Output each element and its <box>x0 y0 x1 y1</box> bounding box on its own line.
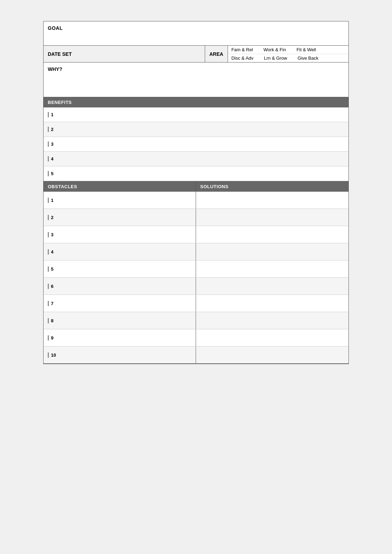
obs-sol-row-4: 4 <box>44 243 348 260</box>
obs-sol-row-9: 9 <box>44 329 348 347</box>
benefit-number-4: 4 <box>48 156 55 161</box>
solution-cell-9 <box>196 329 348 346</box>
benefit-row-5: 5 <box>44 166 348 181</box>
area-options: Fam & Rel Work & Fin Fit & Well Disc & A… <box>228 46 348 62</box>
obstacle-cell-5: 5 <box>44 260 196 277</box>
solution-cell-8 <box>196 312 348 329</box>
obstacles-header: OBSTACLES <box>44 182 196 192</box>
obs-number-1: 1 <box>48 198 55 203</box>
why-row: WHY? <box>44 62 348 97</box>
obs-sol-row-5: 5 <box>44 260 348 278</box>
area-fit-well: Fit & Well <box>296 47 316 52</box>
obs-sol-row-8: 8 <box>44 312 348 329</box>
obs-sol-row-6: 6 <box>44 278 348 295</box>
solution-cell-3 <box>196 226 348 243</box>
benefit-row-2: 2 <box>44 122 348 137</box>
benefit-row-3: 3 <box>44 137 348 152</box>
benefit-number-3: 3 <box>48 141 55 147</box>
obstacles-solutions-header: OBSTACLES SOLUTIONS <box>44 181 348 192</box>
obs-number-9: 9 <box>48 335 55 341</box>
obs-sol-row-3: 3 <box>44 226 348 243</box>
obstacle-cell-3: 3 <box>44 226 196 243</box>
solution-cell-1 <box>196 192 348 209</box>
area-lrn-grow: Lrn & Grow <box>264 55 287 61</box>
obstacle-cell-8: 8 <box>44 312 196 329</box>
obs-number-6: 6 <box>48 284 55 289</box>
benefits-header: BENEFITS <box>44 97 348 107</box>
date-area-row: DATE SET AREA Fam & Rel Work & Fin Fit &… <box>44 46 348 62</box>
obs-sol-row-10: 10 <box>44 347 348 364</box>
obs-number-4: 4 <box>48 249 55 255</box>
area-options-row-1: Fam & Rel Work & Fin Fit & Well <box>228 46 348 54</box>
area-cell: AREA Fam & Rel Work & Fin Fit & Well Dis… <box>205 46 348 62</box>
area-label-col: AREA <box>205 46 228 62</box>
solution-cell-7 <box>196 295 348 312</box>
goal-row: GOAL <box>44 21 348 46</box>
obstacle-cell-2: 2 <box>44 209 196 226</box>
area-label: AREA <box>209 51 223 57</box>
obstacle-cell-6: 6 <box>44 278 196 295</box>
area-give-back: Give Back <box>298 55 318 61</box>
area-disc-adv: Disc & Adv <box>231 55 254 61</box>
obs-number-3: 3 <box>48 232 55 237</box>
benefit-number-5: 5 <box>48 171 55 176</box>
benefit-number-2: 2 <box>48 127 55 132</box>
benefit-number-1: 1 <box>48 112 55 117</box>
benefit-row-4: 4 <box>44 152 348 166</box>
obs-number-2: 2 <box>48 215 55 220</box>
obstacle-cell-9: 9 <box>44 329 196 346</box>
goal-setting-form: GOAL DATE SET AREA Fam & Rel Work & Fin … <box>43 21 349 364</box>
solution-cell-5 <box>196 260 348 277</box>
benefit-row-1: 1 <box>44 107 348 122</box>
obs-number-5: 5 <box>48 266 55 272</box>
area-options-row-2: Disc & Adv Lrn & Grow Give Back <box>228 54 348 62</box>
area-fam-rel: Fam & Rel <box>231 47 253 52</box>
obs-number-10: 10 <box>48 352 56 358</box>
obs-sol-row-2: 2 <box>44 209 348 226</box>
area-work-fin: Work & Fin <box>263 47 286 52</box>
obstacle-cell-7: 7 <box>44 295 196 312</box>
solution-cell-4 <box>196 243 348 260</box>
solutions-header: SOLUTIONS <box>196 182 348 192</box>
solution-cell-6 <box>196 278 348 295</box>
goal-label: GOAL <box>48 25 63 31</box>
obs-number-8: 8 <box>48 318 55 323</box>
solution-cell-10 <box>196 347 348 363</box>
why-label: WHY? <box>48 66 62 72</box>
obs-sol-row-1: 1 <box>44 192 348 209</box>
solution-cell-2 <box>196 209 348 226</box>
obstacle-cell-1: 1 <box>44 192 196 209</box>
obstacle-cell-4: 4 <box>44 243 196 260</box>
date-set-cell: DATE SET <box>44 46 205 62</box>
obs-number-7: 7 <box>48 301 55 306</box>
date-set-label: DATE SET <box>48 51 72 57</box>
obstacle-cell-10: 10 <box>44 347 196 363</box>
obs-sol-row-7: 7 <box>44 295 348 312</box>
